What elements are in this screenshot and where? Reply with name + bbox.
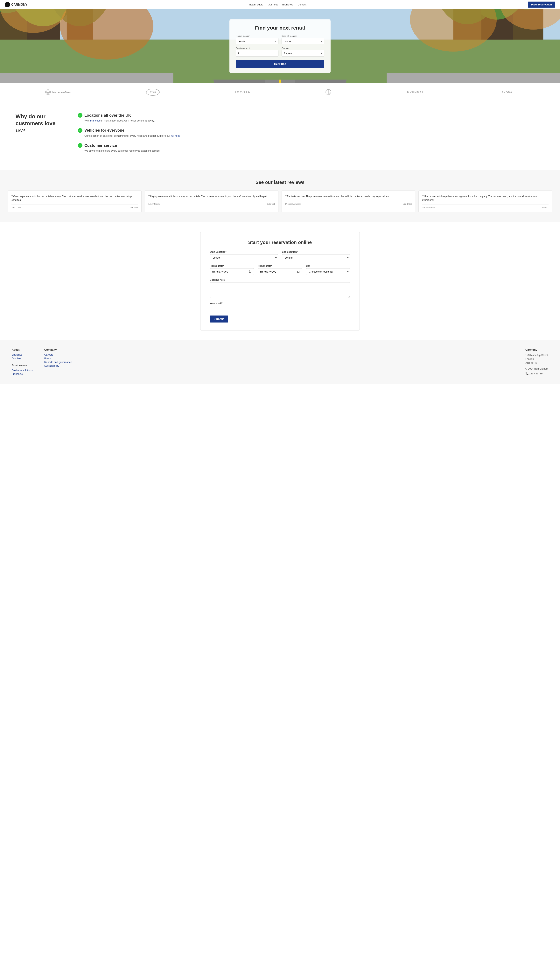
make-reservation-button[interactable]: Make reservation — [528, 2, 555, 8]
svg-text:HYUNDAI: HYUNDAI — [407, 90, 423, 94]
footer-link-franchise[interactable]: Franchise — [12, 373, 33, 375]
ford-icon: Ford — [146, 89, 160, 96]
footer-link-careers[interactable]: Careers — [44, 353, 72, 356]
footer-link-sustainability[interactable]: Sustainability — [44, 364, 72, 367]
pickup-location-select[interactable]: London Manchester Birmingham Edinburgh B… — [236, 38, 278, 44]
footer-grid: About Branches Our fleet Businesses Busi… — [12, 348, 548, 376]
reservation-section: Start your reservation online Start Loca… — [0, 222, 560, 340]
svg-text:Ford: Ford — [149, 90, 156, 94]
nav-contact[interactable]: Contact — [298, 3, 306, 6]
footer-carmony-heading: Carmony — [525, 348, 548, 351]
duration-group: Duration (days) — [236, 47, 278, 57]
nav-instant-quote[interactable]: Instant quote — [249, 3, 263, 6]
res-start-label: Start Location* — [210, 251, 278, 253]
check-icon-service: ✓ — [78, 143, 82, 148]
dropoff-location-select[interactable]: London Manchester Birmingham Edinburgh B… — [282, 38, 324, 44]
why-locations-text: With branches in most major cities, we'l… — [78, 119, 544, 123]
footer-address: 123 Made Up Street London AB1 CD12 — [525, 353, 548, 365]
branches-link[interactable]: branches — [90, 119, 100, 122]
why-item-locations: ✓ Locations all over the UK With branche… — [78, 113, 544, 123]
get-price-button[interactable]: Get Price — [236, 60, 324, 68]
review-author-2: Michael Johnson — [285, 203, 301, 205]
pickup-location-group: Pickup location London Manchester Birmin… — [236, 35, 278, 44]
nav-our-fleet[interactable]: Our fleet — [268, 3, 278, 6]
logo-text: CARMONY — [11, 3, 27, 6]
cartype-select[interactable]: Regular SUV Electric Luxury Van — [282, 50, 324, 57]
hyundai-icon: HYUNDAI — [406, 89, 424, 95]
reviews-grid: Great experience with this car rental co… — [8, 190, 552, 212]
skoda-icon: ŠKODA — [499, 89, 515, 95]
logo: C CARMONY — [5, 2, 27, 7]
brand-mercedes-label: Mercedes-Benz — [52, 91, 71, 94]
brands-bar: Mercedes-Benz Ford TOYOTA HYUNDAI ŠKODA — [0, 83, 560, 101]
mercedes-icon — [45, 89, 51, 95]
dropoff-location-group: Drop-off location London Manchester Birm… — [282, 35, 324, 44]
review-text-3: I had a wonderful experience renting a c… — [422, 194, 549, 202]
footer-businesses-heading: Businesses — [12, 364, 33, 367]
review-date-2: 22nd Oct — [403, 203, 412, 205]
res-pickup-date-label: Pickup Date* — [210, 265, 254, 267]
submit-button[interactable]: Submit — [210, 316, 228, 322]
res-return-date-label: Return Date* — [258, 265, 302, 267]
svg-rect-18 — [0, 73, 173, 83]
footer-col-carmony: Carmony 123 Made Up Street London AB1 CD… — [525, 348, 548, 376]
check-icon-vehicles: ✓ — [78, 128, 82, 133]
search-box: Find your next rental Pickup location Lo… — [230, 19, 330, 73]
bmw-icon — [325, 89, 332, 95]
res-pickup-date-input[interactable] — [210, 268, 254, 275]
footer-col-about: About Branches Our fleet Businesses Busi… — [12, 348, 33, 376]
why-section: Why do our customers love us? ✓ Location… — [0, 101, 560, 170]
svg-marker-22 — [213, 79, 265, 83]
res-car-label: Car — [306, 265, 350, 267]
res-email-input[interactable] — [210, 306, 350, 312]
hero-section: Find your next rental Pickup location Lo… — [0, 10, 560, 83]
footer-link-fleet[interactable]: Our fleet — [12, 357, 33, 360]
res-note-row: Booking note — [210, 279, 350, 298]
res-note-group: Booking note — [210, 279, 350, 298]
fleet-link[interactable]: full fleet — [171, 134, 180, 137]
reservation-box: Start your reservation online Start Loca… — [200, 232, 360, 330]
res-note-textarea[interactable] — [210, 282, 350, 298]
nav-branches[interactable]: Branches — [282, 3, 293, 6]
navbar: C CARMONY Instant quote Our fleet Branch… — [0, 0, 560, 10]
hero-title: Find your next rental — [236, 25, 324, 31]
cartype-label: Car type — [282, 47, 324, 49]
footer-link-branches[interactable]: Branches — [12, 353, 33, 356]
res-end-select[interactable]: London Manchester Birmingham Edinburgh B… — [282, 254, 350, 261]
footer-phone-number: 123 456789 — [529, 372, 543, 375]
res-car-group: Car Choose car (optional) — [306, 265, 350, 275]
review-date-1: 30th Oct — [267, 203, 275, 205]
review-author-3: Sarah Adams — [422, 206, 435, 209]
nav-links: Instant quote Our fleet Branches Contact — [249, 3, 306, 6]
review-author-1: Emily Smith — [148, 203, 160, 205]
why-item-vehicles: ✓ Vehicles for everyone Our selection of… — [78, 128, 544, 138]
reviews-section: See our latest reviews Great experience … — [0, 170, 560, 222]
res-start-group: Start Location* London Manchester Birmin… — [210, 251, 278, 261]
footer-link-business[interactable]: Business solutions — [12, 369, 33, 372]
dropoff-location-label: Drop-off location — [282, 35, 324, 37]
review-text-1: I highly recommend this company for car … — [148, 194, 275, 198]
brand-bmw — [325, 89, 332, 95]
review-card-2: Fantastic service! The prices were compe… — [282, 190, 415, 212]
brand-hyundai: HYUNDAI — [406, 89, 424, 95]
check-icon-locations: ✓ — [78, 113, 82, 117]
footer-link-press[interactable]: Press — [44, 357, 72, 360]
review-card-1: I highly recommend this company for car … — [145, 190, 278, 212]
duration-input[interactable] — [236, 50, 278, 57]
res-location-row: Start Location* London Manchester Birmin… — [210, 251, 350, 261]
res-car-select[interactable]: Choose car (optional) — [306, 268, 350, 275]
duration-cartype-row: Duration (days) Car type Regular SUV Ele… — [236, 47, 324, 57]
res-end-label: End Location* — [282, 251, 350, 253]
reviews-heading: See our latest reviews — [8, 179, 552, 185]
why-left: Why do our customers love us? — [16, 113, 66, 134]
review-card-3: I had a wonderful experience renting a c… — [419, 190, 552, 212]
footer-col-company: Company Careers Press Reports and govern… — [44, 348, 72, 376]
footer: About Branches Our fleet Businesses Busi… — [0, 340, 560, 384]
res-start-select[interactable]: London Manchester Birmingham Edinburgh B… — [210, 254, 278, 261]
review-text-2: Fantastic service! The prices were compe… — [285, 194, 412, 198]
svg-text:TOYOTA: TOYOTA — [235, 90, 250, 94]
location-row: Pickup location London Manchester Birmin… — [236, 35, 324, 44]
res-pickup-date-group: Pickup Date* — [210, 265, 254, 275]
footer-link-reports[interactable]: Reports and governance — [44, 361, 72, 363]
res-return-date-input[interactable] — [258, 268, 302, 275]
